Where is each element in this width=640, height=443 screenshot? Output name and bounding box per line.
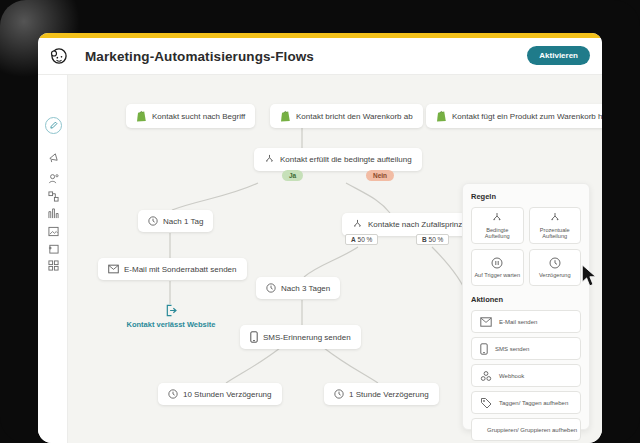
node-label: Nach 3 Tagen [281,284,330,293]
exit-node[interactable]: Kontakt verlässt Website [126,304,216,329]
calendar-add-icon [48,243,59,254]
clock-icon [168,389,178,399]
sidebar-item-calendar[interactable] [38,240,68,256]
trigger-node-search[interactable]: Kontakt sucht nach Begriff [126,104,255,128]
shopify-bag-icon [136,110,147,122]
branch-split-icon [491,212,503,224]
sidebar-item-contacts[interactable] [38,170,68,186]
sidebar-item-analytics[interactable] [38,205,68,221]
sidebar-item-edit[interactable] [38,117,68,133]
branch-split-icon [352,219,363,230]
rule-card-delay[interactable]: Verzögerung [529,249,582,286]
rule-label: Prozentuale Aufteilung [530,227,581,239]
branch-pct: 50 % [358,236,373,243]
megaphone-icon [48,152,59,163]
branch-no-badge[interactable]: Nein [366,170,394,181]
webhook-icon [480,370,492,382]
clock-icon [266,283,276,293]
node-label: E-Mail mit Sonderrabatt senden [124,265,237,274]
sidebar-item-apps[interactable] [38,257,68,273]
node-label: SMS-Erinnerung senden [263,333,351,342]
mailchimp-logo [49,46,69,66]
page-title: Marketing-Automatisierungs-Flows [85,38,314,75]
action-card-webhook[interactable]: Webhook [471,364,581,387]
node-label: Kontakte nach Zufallsprinzip [368,220,469,229]
node-label: Kontakt erfüllt die bedingte aufteilung [280,155,412,164]
sidebar-item-automations[interactable] [38,188,68,204]
action-label: Webhook [499,373,524,379]
node-label: Nach 1 Tag [163,217,203,226]
activate-button[interactable]: Aktivieren [527,46,590,65]
rules-grid: Bedingte Aufteilung Prozentuale Aufteilu… [471,207,581,286]
delay-10h-node[interactable]: 10 Stunden Verzögerung [158,383,282,405]
action-label: Taggen/ Taggen aufheben [499,400,568,406]
action-card-tag[interactable]: Taggen/ Taggen aufheben [471,391,581,414]
shopify-bag-icon [280,110,291,122]
image-icon [48,226,59,237]
exit-label: Kontakt verlässt Website [126,320,215,329]
branch-pct: 50 % [429,236,444,243]
node-label: Kontakt fügt ein Produkt zum Warenkorb h… [452,112,602,121]
delay-1day-node[interactable]: Nach 1 Tag [138,210,213,232]
sidebar-item-content[interactable] [38,223,68,239]
node-label: Kontakt sucht nach Begriff [152,112,245,121]
branch-a-badge[interactable]: A 50 % [345,234,378,245]
action-label: E-Mail senden [499,319,537,325]
action-label: SMS senden [495,346,529,352]
pause-circle-icon [491,257,503,269]
branch-letter: B [422,236,427,243]
flow-canvas[interactable]: Kontakt sucht nach Begriff Kontakt brich… [68,75,602,443]
rule-label: Auf Trigger warten [472,272,522,278]
app-window: Marketing-Automatisierungs-Flows Aktivie… [38,33,602,443]
flow-split-icon [48,191,59,202]
action-card-send-sms[interactable]: SMS senden [471,337,581,360]
phone-icon [480,343,488,355]
rule-card-conditional-split[interactable]: Bedingte Aufteilung [471,207,524,244]
sidebar-nav [38,75,68,443]
trigger-node-abandon-cart[interactable]: Kontakt bricht den Warenkorb ab [270,104,423,128]
action-card-send-email[interactable]: E-Mail senden [471,310,581,333]
phone-icon [250,331,258,343]
actions-list: E-Mail senden SMS senden Webhook Taggen/… [471,310,581,441]
envelope-icon [108,264,119,274]
clock-icon [148,216,158,226]
action-card-group[interactable]: Gruppieren/ Gruppieren aufheben [471,418,581,441]
pencil-icon [45,117,62,134]
rule-card-wait-for-trigger[interactable]: Auf Trigger warten [471,249,524,286]
sidebar-item-campaigns[interactable] [38,149,68,165]
rule-label: Bedingte Aufteilung [472,227,523,239]
sms-action-node[interactable]: SMS-Erinnerung senden [240,325,361,349]
condition-node[interactable]: Kontakt erfüllt die bedingte aufteilung [254,148,422,171]
contacts-icon [48,173,59,184]
grid-icon [48,260,59,271]
delay-1h-node[interactable]: 1 Stunde Verzögerung [324,383,439,405]
header: Marketing-Automatisierungs-Flows Aktivie… [38,38,602,75]
trigger-node-add-to-cart[interactable]: Kontakt fügt ein Produkt zum Warenkorb h… [426,104,602,128]
exit-icon [165,304,178,317]
clock-icon [549,257,561,269]
shopify-bag-icon [436,110,447,122]
branch-split-icon [549,212,561,224]
action-label: Gruppieren/ Gruppieren aufheben [487,427,577,433]
node-label: 10 Stunden Verzögerung [183,390,272,399]
palette-panel: Regeln Bedingte Aufteilung Prozentuale A… [462,183,590,430]
bar-chart-icon [48,208,59,219]
envelope-icon [480,317,492,327]
branch-letter: A [351,236,356,243]
rule-card-percentage-split[interactable]: Prozentuale Aufteilung [529,207,582,244]
rules-section-title: Regeln [471,192,581,201]
branch-split-icon [264,154,275,165]
actions-section-title: Aktionen [471,295,581,304]
delay-3days-node[interactable]: Nach 3 Tagen [256,277,340,299]
tag-icon [480,397,492,409]
node-label: Kontakt bricht den Warenkorb ab [296,112,413,121]
mouse-cursor [581,264,598,288]
rule-label: Verzögerung [537,272,573,278]
device-frame: Marketing-Automatisierungs-Flows Aktivie… [0,0,640,443]
node-label: 1 Stunde Verzögerung [349,390,429,399]
branch-yes-badge[interactable]: Ja [282,170,303,181]
branch-b-badge[interactable]: B 50 % [416,234,449,245]
email-action-node[interactable]: E-Mail mit Sonderrabatt senden [98,258,247,280]
clock-icon [334,389,344,399]
